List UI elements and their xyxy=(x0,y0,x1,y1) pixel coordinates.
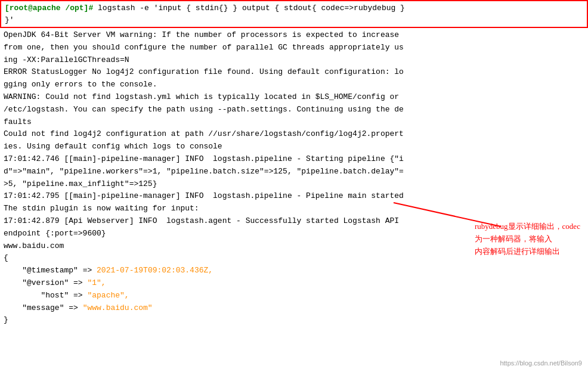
annotation-line1: rubydebug显示详细输出，codec为一种解码器，将输入 xyxy=(475,222,580,243)
output-line-3: ing -XX:ParallelGCThreads=N xyxy=(4,54,584,67)
terminal-window: [root@apache /opt]# logstash -e 'input {… xyxy=(0,0,588,369)
output-line-10: ies. Using default config which logs to … xyxy=(4,141,584,153)
json-timestamp-value: 2021-07-19T09:02:03.436Z, xyxy=(97,266,213,275)
json-message-value: "www.baidu.com" xyxy=(83,303,153,312)
command-prompt: [root@apache /opt]# xyxy=(5,4,93,13)
json-timestamp-line: "@timestamp" => 2021-07-19T09:02:03.436Z… xyxy=(4,265,584,277)
command-continuation: }' xyxy=(5,15,14,24)
command-text: logstash -e 'input { stdin{} } output { … xyxy=(93,4,405,13)
output-line-14: 17:01:42.795 [[main]-pipeline-manager] I… xyxy=(4,190,584,203)
output-line-8: faults xyxy=(4,116,584,129)
output-line-7: /etc/logstash. You can specify the path … xyxy=(4,104,584,116)
json-host-key: "host" xyxy=(41,291,69,300)
json-version-arrow: => xyxy=(69,278,87,287)
json-message-arrow: => xyxy=(64,303,82,312)
json-host-line: "host" => "apache", xyxy=(4,290,584,302)
output-line-12: d"=>"main", "pipeline.workers"=>1, "pipe… xyxy=(4,166,584,178)
json-timestamp-key: "@timestamp" xyxy=(22,266,78,275)
annotation-text-block: rubydebug显示详细输出，codec为一种解码器，将输入 内容解码后进行详… xyxy=(475,221,582,258)
output-line-2: from one, then you should configure the … xyxy=(4,42,584,54)
output-line-15: The stdin plugin is now waiting for inpu… xyxy=(4,203,584,215)
output-section: OpenJDK 64-Bit Server VM warning: If the… xyxy=(0,28,588,328)
json-timestamp-arrow: => xyxy=(78,266,97,275)
json-message-line: "message" => "www.baidu.com" xyxy=(4,302,584,315)
output-line-13: >5, "pipeline.max_inflight"=>125} xyxy=(4,178,584,191)
output-line-9: Could not find log4j2 configuration at p… xyxy=(4,128,584,141)
output-line-5: gging only errors to the console. xyxy=(4,79,584,91)
output-line-4: ERROR StatusLogger No log4j2 configurati… xyxy=(4,66,584,79)
json-version-value: "1", xyxy=(87,278,106,287)
annotation-line2: 内容解码后进行详细输出 xyxy=(475,247,560,256)
json-version-key: "@version" xyxy=(22,278,69,287)
output-line-11: 17:01:42.746 [[main]-pipeline-manager] I… xyxy=(4,153,584,166)
json-message-key: "message" xyxy=(22,303,64,312)
json-close-brace: } xyxy=(4,314,584,327)
watermark: https://blog.csdn.net/Bilson9 xyxy=(500,359,582,367)
command-block: [root@apache /opt]# logstash -e 'input {… xyxy=(0,0,588,28)
json-output-block: { "@timestamp" => 2021-07-19T09:02:03.43… xyxy=(4,252,584,327)
json-version-line: "@version" => "1", xyxy=(4,277,584,290)
output-line-6: WARNING: Could not find logstash.yml whi… xyxy=(4,91,584,104)
output-line-1: OpenJDK 64-Bit Server VM warning: If the… xyxy=(4,29,584,42)
json-host-value: "apache", xyxy=(87,291,129,300)
json-host-arrow: => xyxy=(69,291,87,300)
